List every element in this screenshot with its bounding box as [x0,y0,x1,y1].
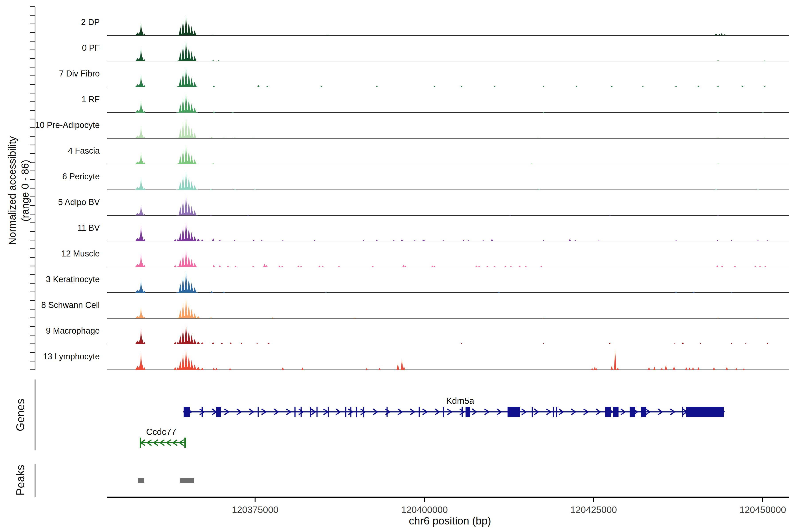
genome-browser-figure: { "figure": { "ylabel_line1": "Normalize… [0,0,798,532]
gene-label-ccdc77: Ccdc77 [146,427,176,437]
track-label-2-dp: 2 DP [0,16,103,28]
x-tick-120375000: 120375000 [232,505,279,515]
track-label-9-macrophage: 9 Macrophage [0,324,103,337]
y-axis-label-line1: Normalized accessibility [6,136,19,245]
track-label-1-rf: 1 RF [0,93,103,106]
gene-label-kdm5a: Kdm5a [446,396,474,406]
track-label-8-schwann-cell: 8 Schwann Cell [0,299,103,311]
peaks-section-label: Peaks [14,465,27,496]
x-axis-title: chr6 position (bp) [409,515,491,527]
track-label-7-div-fibro: 7 Div Fibro [0,68,103,80]
genes-section-label: Genes [14,399,27,431]
track-label-12-muscle: 12 Muscle [0,247,103,260]
x-tick-120450000: 120450000 [740,505,786,515]
track-label-3-keratinocyte: 3 Keratinocyte [0,273,103,285]
y-axis-label-line2: (range 0 - 86) [19,136,32,245]
x-tick-120425000: 120425000 [570,505,617,515]
track-label-13-lymphocyte: 13 Lymphocyte [0,350,103,363]
x-tick-120400000: 120400000 [401,505,448,515]
track-label-0-pf: 0 PF [0,42,103,54]
track-label-10-pre-adipocyte: 10 Pre-Adipocyte [0,119,103,131]
genome-browser-canvas [0,0,798,532]
